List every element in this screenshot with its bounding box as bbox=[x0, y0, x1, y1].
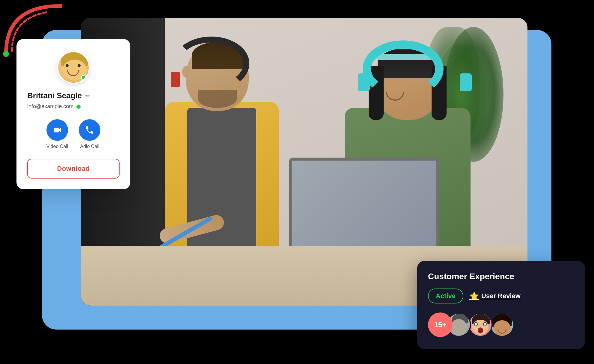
laptop-screen bbox=[289, 158, 439, 253]
contact-card: Brittani Seagle ✏ info@example.com Video… bbox=[16, 39, 130, 189]
cx-badges: Active ⭐ User Review bbox=[428, 289, 574, 303]
svg-point-1 bbox=[58, 4, 62, 8]
contact-email: info@example.com bbox=[27, 103, 73, 110]
contact-name-row: Brittani Seagle ✏ bbox=[27, 91, 120, 100]
video-call-group: Video Call bbox=[46, 119, 68, 149]
avatar-wrapper bbox=[27, 51, 120, 84]
edit-icon[interactable]: ✏ bbox=[85, 93, 90, 99]
headphone-left-ear bbox=[358, 73, 370, 91]
audio-call-group: Adio Call bbox=[79, 119, 100, 149]
male-beard bbox=[198, 90, 237, 108]
video-call-label: Video Call bbox=[46, 144, 68, 149]
male-headphone-arc bbox=[173, 37, 249, 90]
svg-point-0 bbox=[3, 51, 9, 57]
cx-count-badge: 15+ bbox=[428, 312, 453, 337]
user-review-label: User Review bbox=[481, 292, 521, 300]
star-icon: ⭐ bbox=[469, 291, 479, 301]
cx-avatar-3 bbox=[490, 312, 514, 337]
download-button[interactable]: Download bbox=[27, 159, 120, 179]
video-icon bbox=[52, 125, 62, 135]
online-indicator bbox=[81, 75, 86, 80]
active-badge[interactable]: Active bbox=[428, 289, 463, 303]
avatar bbox=[57, 51, 90, 84]
audio-call-label: Adio Call bbox=[80, 144, 99, 149]
customer-experience-card: Customer Experience Active ⭐ User Review… bbox=[417, 261, 585, 349]
user-review-badge[interactable]: ⭐ User Review bbox=[469, 291, 521, 301]
phone-icon bbox=[85, 125, 94, 135]
headphone-right-ear bbox=[460, 73, 472, 91]
audio-call-button[interactable] bbox=[79, 119, 100, 141]
headphone-mic bbox=[171, 72, 180, 87]
scene: Brittani Seagle ✏ info@example.com Video… bbox=[0, 0, 594, 364]
cx-avatars: 15+ bbox=[428, 312, 574, 337]
contact-name: Brittani Seagle bbox=[27, 91, 82, 100]
email-status-dot bbox=[76, 105, 81, 109]
contact-actions: Video Call Adio Call bbox=[27, 119, 120, 149]
cx-title: Customer Experience bbox=[428, 272, 574, 281]
female-headphones bbox=[363, 40, 444, 97]
video-call-button[interactable] bbox=[46, 119, 68, 141]
cx-avatar-2 bbox=[468, 312, 493, 337]
laptop-display bbox=[292, 161, 436, 250]
contact-email-row: info@example.com bbox=[27, 103, 120, 110]
